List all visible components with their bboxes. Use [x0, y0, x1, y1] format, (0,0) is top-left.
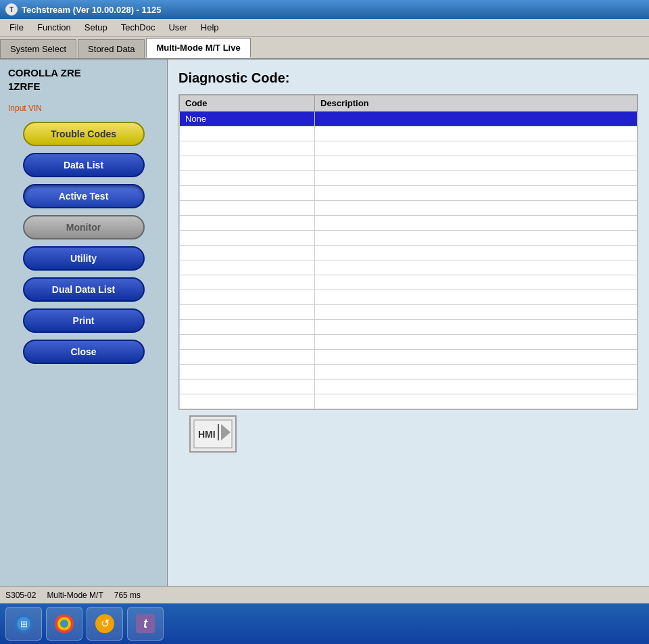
svg-text:⊞: ⊞	[20, 619, 28, 629]
cell-code	[180, 320, 315, 335]
table-row[interactable]: None	[180, 112, 638, 127]
title-text: Techstream (Ver 10.00.028) - 1125	[22, 5, 161, 15]
taskbar-chrome-button[interactable]	[46, 607, 82, 641]
utility-button[interactable]: Utility	[23, 246, 145, 271]
dual-data-list-button[interactable]: Dual Data List	[23, 277, 145, 302]
menu-file[interactable]: File	[3, 21, 30, 34]
cell-description	[315, 320, 638, 335]
tab-stored-data[interactable]: Stored Data	[78, 39, 145, 58]
cell-code	[180, 156, 315, 171]
status-mode: Multi-Mode M/T	[47, 591, 103, 600]
table-row[interactable]	[180, 246, 638, 260]
table-row[interactable]	[180, 231, 638, 246]
menu-techdoc[interactable]: TechDoc	[114, 21, 162, 34]
cell-code	[180, 380, 315, 394]
table-row[interactable]	[180, 380, 638, 394]
cell-description	[315, 365, 638, 380]
table-row[interactable]	[180, 365, 638, 380]
cell-description	[315, 305, 638, 320]
menu-bar: File Function Setup TechDoc User Help	[0, 19, 649, 37]
cell-description	[315, 394, 638, 409]
taskbar-app3-button[interactable]: t	[127, 607, 164, 641]
cell-description	[315, 156, 638, 171]
input-vin-label: Input VIN	[8, 104, 159, 113]
menu-setup[interactable]: Setup	[78, 21, 114, 34]
table-row[interactable]	[180, 335, 638, 350]
taskbar: ⊞ ↺ t	[0, 603, 649, 644]
svg-text:HMI: HMI	[198, 429, 216, 440]
table-row[interactable]	[180, 216, 638, 231]
cell-description	[315, 275, 638, 290]
monitor-button[interactable]: Monitor	[23, 215, 145, 239]
table-row[interactable]	[180, 320, 638, 335]
title-bar: T Techstream (Ver 10.00.028) - 1125	[0, 0, 649, 19]
cell-description	[315, 171, 638, 186]
table-row[interactable]	[180, 186, 638, 201]
table-row[interactable]	[180, 156, 638, 171]
data-list-button[interactable]: Data List	[23, 153, 145, 177]
table-row[interactable]	[180, 260, 638, 275]
cell-code	[180, 246, 315, 260]
table-body: None	[180, 112, 638, 409]
menu-help[interactable]: Help	[194, 21, 226, 34]
cell-code	[180, 394, 315, 409]
taskbar-start-button[interactable]: ⊞	[5, 607, 42, 641]
table-row[interactable]	[180, 127, 638, 141]
table-row[interactable]	[180, 305, 638, 320]
cell-code	[180, 350, 315, 365]
vehicle-name: COROLLA ZRE 1ZRFE	[8, 66, 159, 93]
cell-description	[315, 380, 638, 394]
cell-description	[315, 141, 638, 156]
trouble-codes-button[interactable]: Trouble Codes	[23, 122, 145, 146]
table-row[interactable]	[180, 171, 638, 186]
svg-point-10	[62, 621, 67, 626]
table-row[interactable]	[180, 201, 638, 216]
active-test-button[interactable]: Active Test	[23, 184, 145, 208]
diagnostic-table: Code Description None	[179, 95, 638, 409]
cell-description	[315, 350, 638, 365]
title-icon: T	[5, 3, 18, 16]
cell-description	[315, 112, 638, 127]
cell-description	[315, 246, 638, 260]
print-button[interactable]: Print	[23, 308, 145, 333]
diagnostic-table-wrapper: Code Description None	[178, 94, 638, 410]
tab-multi-mode[interactable]: Multi-Mode M/T Live	[146, 38, 250, 58]
cell-code	[180, 141, 315, 156]
svg-text:↺: ↺	[101, 618, 110, 629]
col-code: Code	[180, 95, 315, 112]
table-row[interactable]	[180, 141, 638, 156]
cell-code	[180, 290, 315, 305]
cell-code	[180, 305, 315, 320]
svg-text:t: t	[143, 617, 148, 630]
cell-code	[180, 186, 315, 201]
table-row[interactable]	[180, 275, 638, 290]
menu-function[interactable]: Function	[30, 21, 78, 34]
cell-code	[180, 275, 315, 290]
cell-description	[315, 260, 638, 275]
status-timing: 765 ms	[114, 591, 141, 600]
tab-bar: System Select Stored Data Multi-Mode M/T…	[0, 37, 649, 60]
cell-description	[315, 127, 638, 141]
cell-description	[315, 186, 638, 201]
content-area: Diagnostic Code: Code Description None	[168, 60, 649, 586]
cell-description	[315, 216, 638, 231]
diagnostic-title: Diagnostic Code:	[178, 70, 638, 86]
cell-code	[180, 216, 315, 231]
tab-system-select[interactable]: System Select	[0, 39, 76, 58]
hmi-logo: HMI	[189, 415, 237, 453]
cell-description	[315, 231, 638, 246]
table-row[interactable]	[180, 350, 638, 365]
close-button[interactable]: Close	[23, 340, 145, 364]
table-row[interactable]	[180, 290, 638, 305]
status-code: S305-02	[5, 591, 36, 600]
cell-code	[180, 260, 315, 275]
cell-code	[180, 127, 315, 141]
table-row[interactable]	[180, 394, 638, 409]
menu-user[interactable]: User	[162, 21, 193, 34]
status-bar: S305-02 Multi-Mode M/T 765 ms	[0, 586, 649, 603]
cell-code	[180, 231, 315, 246]
col-description: Description	[315, 95, 638, 112]
taskbar-app2-button[interactable]: ↺	[87, 607, 123, 641]
cell-code	[180, 365, 315, 380]
bottom-logo-area: HMI	[178, 410, 638, 458]
